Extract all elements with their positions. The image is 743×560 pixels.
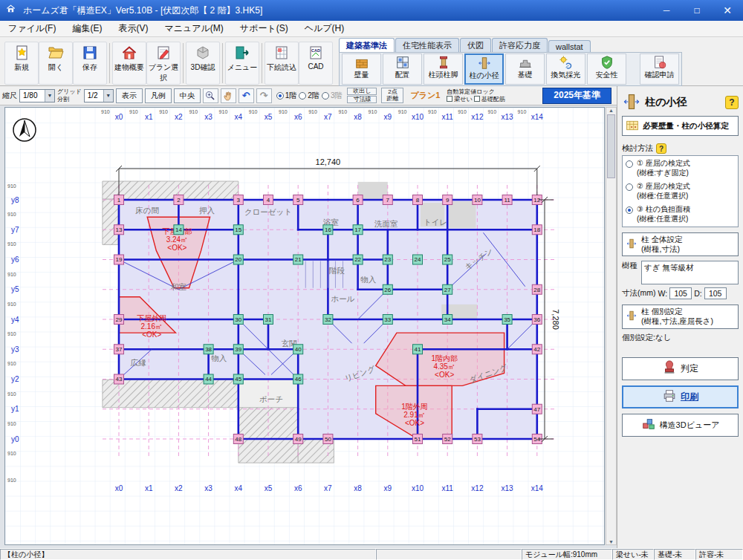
pillar-global-setting-button[interactable]: 柱 全体設定(樹種,寸法) <box>622 232 739 256</box>
column-marker[interactable]: 45 <box>233 374 243 384</box>
undo-icon[interactable]: ↶ <box>239 88 254 103</box>
check-submit-button[interactable]: 確認申請 <box>640 53 679 85</box>
column-marker[interactable]: 34 <box>443 315 452 325</box>
menu-item[interactable]: マニュアル(M) <box>156 21 231 36</box>
column-marker[interactable]: 15 <box>233 225 243 235</box>
floor-radio-3階[interactable]: 3階 <box>322 91 343 101</box>
column-marker[interactable]: 24 <box>413 255 423 264</box>
standard-2025-button[interactable]: 2025年基準 <box>542 88 611 104</box>
column-marker[interactable]: 22 <box>353 255 363 264</box>
check-vent-button[interactable]: 換気採光 <box>546 53 585 85</box>
column-marker[interactable]: 23 <box>383 255 392 264</box>
column-marker[interactable]: 46 <box>293 374 303 384</box>
toolbar-underlay-button[interactable]: 下絵読込 <box>265 42 299 85</box>
method-option-1[interactable]: ① 座屈の検定式(樹種:すぎ固定) <box>626 159 735 178</box>
menu-item[interactable]: ファイル(F) <box>0 21 64 36</box>
toolbar-save-button[interactable]: 保存 <box>73 42 107 85</box>
column-marker[interactable]: 19 <box>114 255 124 264</box>
check-pillarcap-button[interactable]: 柱頭柱脚 <box>424 53 463 85</box>
column-marker[interactable]: 9 <box>443 195 452 205</box>
check-layout-button[interactable]: 配置 <box>383 53 422 85</box>
column-marker[interactable]: 1 <box>114 195 124 205</box>
column-marker[interactable]: 29 <box>114 315 124 325</box>
floor-radio-1階[interactable]: 1階 <box>276 91 297 101</box>
menu-item[interactable]: 表示(V) <box>110 21 156 36</box>
column-marker[interactable]: 38 <box>204 345 213 354</box>
display-button[interactable]: 表示 <box>116 88 143 103</box>
column-marker[interactable]: 50 <box>323 434 333 444</box>
minimize-button[interactable]: ─ <box>654 2 679 19</box>
column-marker[interactable]: 8 <box>413 195 423 205</box>
toolbar-cube-button[interactable]: 3D確認 <box>186 42 220 85</box>
menu-item[interactable]: ヘルプ(H) <box>296 21 353 36</box>
column-marker[interactable]: 27 <box>443 284 452 294</box>
column-marker[interactable]: 25 <box>443 255 452 264</box>
column-marker[interactable]: 3 <box>233 195 243 205</box>
tab-伏図[interactable]: 伏図 <box>460 38 491 52</box>
pillar-individual-setting-button[interactable]: 柱 個別設定(樹種,寸法,座屈長さ) <box>622 305 739 328</box>
column-marker[interactable]: 20 <box>233 255 243 264</box>
menu-item[interactable]: 編集(E) <box>64 21 110 36</box>
column-marker[interactable]: 51 <box>413 434 423 444</box>
column-marker[interactable]: 47 <box>532 404 542 414</box>
toolbar-menu-button[interactable]: メニュー <box>225 42 259 85</box>
column-marker[interactable]: 13 <box>114 225 124 235</box>
scroll-down-icon[interactable]: ▼ <box>609 539 614 544</box>
check-pillardia-button[interactable]: 柱の小径 <box>464 53 504 85</box>
zoom-icon[interactable] <box>203 88 218 103</box>
print-button[interactable]: 印刷 <box>622 385 739 408</box>
tab-建築基準法[interactable]: 建築基準法 <box>339 38 395 52</box>
column-marker[interactable]: 32 <box>323 315 333 325</box>
column-marker[interactable]: 53 <box>473 434 482 444</box>
column-marker[interactable]: 6 <box>353 195 363 205</box>
column-marker[interactable]: 48 <box>233 434 243 444</box>
floor-radio-2階[interactable]: 2階 <box>299 91 319 101</box>
toolbar-cad-button[interactable]: CADCAD <box>299 42 333 85</box>
column-marker[interactable]: 39 <box>233 345 243 354</box>
column-marker[interactable]: 30 <box>233 315 243 325</box>
plan-canvas[interactable]: 下屋内部3.24㎡<OK>下屋外周2.16㎡<OK>1階内部4.35㎡<OK>1… <box>4 107 605 545</box>
scroll-up-icon[interactable]: ▲ <box>609 108 614 113</box>
legend-button[interactable]: 凡例 <box>145 88 172 103</box>
column-marker[interactable]: 17 <box>353 225 363 235</box>
foundation-rebar-checkbox[interactable] <box>474 96 480 102</box>
column-marker[interactable]: 33 <box>383 315 392 325</box>
vertical-scrollbar[interactable]: ▲ ▼ <box>606 107 617 545</box>
column-marker[interactable]: 37 <box>114 345 124 354</box>
column-marker[interactable]: 18 <box>532 225 542 235</box>
column-marker[interactable]: 42 <box>532 345 542 354</box>
column-marker[interactable]: 26 <box>383 284 392 294</box>
redo-icon[interactable]: ↷ <box>256 88 272 103</box>
toolbar-open-button[interactable]: 開く <box>39 42 73 85</box>
balloon-dimension-button[interactable]: 吹出し <box>347 88 377 95</box>
method-option-2[interactable]: ② 座屈の検定式(樹種:任意選択) <box>626 182 735 201</box>
check-wall-button[interactable]: 壁量 <box>342 53 381 85</box>
column-marker[interactable]: 40 <box>293 345 303 354</box>
tab-住宅性能表示[interactable]: 住宅性能表示 <box>395 38 459 52</box>
beam-depth-checkbox[interactable] <box>447 96 452 102</box>
maximize-button[interactable]: □ <box>684 2 710 19</box>
dimension-line-button[interactable]: 寸法線 <box>347 96 377 103</box>
column-marker[interactable]: 43 <box>114 374 124 384</box>
tab-wallstat[interactable]: wallstat <box>548 40 591 52</box>
toolbar-building-button[interactable]: 建物概要 <box>112 42 146 85</box>
pan-hand-icon[interactable] <box>221 88 236 103</box>
tab-許容応力度[interactable]: 許容応力度 <box>492 38 548 52</box>
column-marker[interactable]: 21 <box>293 255 303 264</box>
two-point-distance-button[interactable]: 2点距離 <box>381 88 403 103</box>
column-marker[interactable]: 14 <box>174 225 184 235</box>
column-marker[interactable]: 49 <box>293 434 303 444</box>
method-option-3[interactable]: ③ 柱の負担面積(樹種:任意選択) <box>626 205 735 224</box>
column-marker[interactable]: 4 <box>264 195 273 205</box>
column-marker[interactable]: 35 <box>502 315 512 325</box>
column-marker[interactable]: 2 <box>174 195 184 205</box>
menu-item[interactable]: サポート(S) <box>232 21 296 36</box>
method-help-button[interactable]: ? <box>656 143 666 154</box>
center-button[interactable]: 中央 <box>174 88 201 103</box>
column-marker[interactable]: 52 <box>443 434 452 444</box>
judge-button[interactable]: 判定 <box>622 357 739 380</box>
column-marker[interactable]: 5 <box>293 195 303 205</box>
check-safety-button[interactable]: 安全性 <box>587 53 626 85</box>
scrollbar-thumb[interactable] <box>607 114 615 178</box>
column-marker[interactable]: 10 <box>473 195 482 205</box>
